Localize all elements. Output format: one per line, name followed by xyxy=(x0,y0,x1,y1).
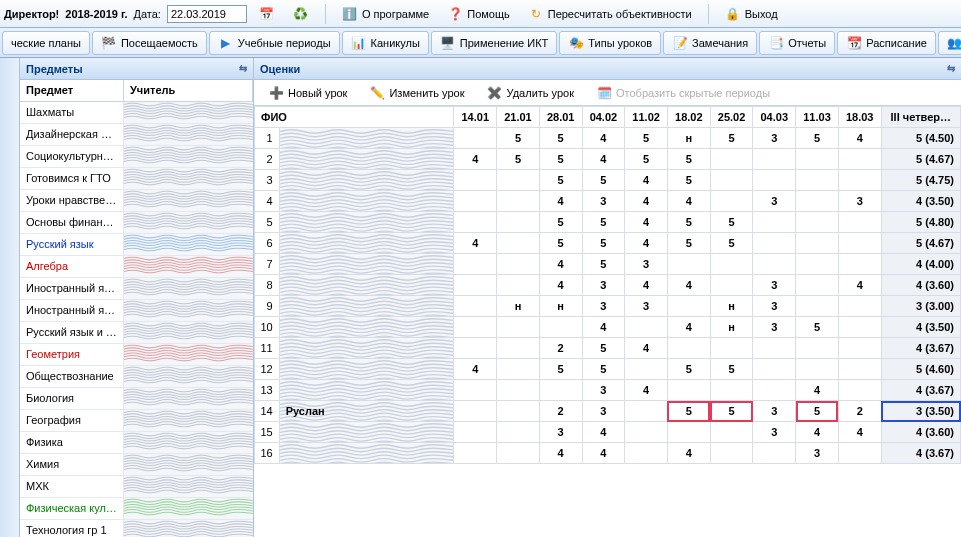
subject-row[interactable]: Русский язык и … xyxy=(20,322,253,344)
col-teacher[interactable]: Учитель xyxy=(124,80,253,101)
grade-cell[interactable] xyxy=(497,191,540,212)
tab-attendance[interactable]: 🏁Посещаемость xyxy=(92,31,207,55)
col-date[interactable]: 18.02 xyxy=(667,107,710,128)
grade-cell[interactable] xyxy=(753,254,796,275)
grade-cell[interactable] xyxy=(753,170,796,191)
collapse-icon[interactable]: ⇆ xyxy=(947,63,955,74)
grade-cell[interactable] xyxy=(625,443,668,464)
grade-cell[interactable] xyxy=(454,170,497,191)
grade-row[interactable]: 355455 (4.75) xyxy=(255,170,961,191)
grade-cell[interactable]: 5 xyxy=(796,317,839,338)
grade-cell[interactable]: 5 xyxy=(710,401,753,422)
grade-cell[interactable] xyxy=(796,338,839,359)
grade-cell[interactable]: 4 xyxy=(582,128,625,149)
subject-row[interactable]: МХК xyxy=(20,476,253,498)
tab-types[interactable]: 🎭Типы уроков xyxy=(559,31,661,55)
subject-row[interactable]: Химия xyxy=(20,454,253,476)
grade-cell[interactable]: 3 xyxy=(582,296,625,317)
grade-cell[interactable]: 4 xyxy=(625,275,668,296)
grade-cell[interactable] xyxy=(454,128,497,149)
subject-row[interactable]: Шахматы xyxy=(20,102,253,124)
grade-row[interactable]: 84344344 (3.60) xyxy=(255,275,961,296)
new-lesson-button[interactable]: ➕Новый урок xyxy=(262,82,353,104)
exit-button[interactable]: 🔒Выход xyxy=(719,3,784,25)
grade-cell[interactable] xyxy=(497,275,540,296)
grade-cell[interactable]: 4 xyxy=(625,380,668,401)
grade-cell[interactable] xyxy=(667,338,710,359)
grade-cell[interactable] xyxy=(710,443,753,464)
grade-cell[interactable] xyxy=(625,422,668,443)
grade-cell[interactable] xyxy=(667,422,710,443)
grade-cell[interactable] xyxy=(454,275,497,296)
grade-cell[interactable]: 4 xyxy=(582,149,625,170)
grade-cell[interactable] xyxy=(838,212,881,233)
grade-cell[interactable] xyxy=(497,317,540,338)
grade-row[interactable]: 133444 (3.67) xyxy=(255,380,961,401)
grade-cell[interactable] xyxy=(667,380,710,401)
tab-holidays[interactable]: 📊Каникулы xyxy=(342,31,429,55)
col-date[interactable]: 11.03 xyxy=(796,107,839,128)
grade-cell[interactable] xyxy=(838,317,881,338)
grade-cell[interactable]: 3 xyxy=(582,380,625,401)
grade-cell[interactable]: 5 xyxy=(539,149,582,170)
grade-cell[interactable] xyxy=(838,254,881,275)
show-hidden-button[interactable]: 🗓️Отобразить скрытые периоды xyxy=(590,82,776,104)
grade-cell[interactable] xyxy=(454,296,497,317)
tab-plans[interactable]: ческие планы xyxy=(2,31,90,55)
grade-cell[interactable]: 3 xyxy=(582,401,625,422)
grade-cell[interactable]: 4 xyxy=(582,422,625,443)
grade-cell[interactable] xyxy=(753,338,796,359)
grade-cell[interactable] xyxy=(454,338,497,359)
tab-ikt[interactable]: 🖥️Применение ИКТ xyxy=(431,31,557,55)
delete-lesson-button[interactable]: ✖️Удалить урок xyxy=(481,82,580,104)
grade-cell[interactable]: 5 xyxy=(497,128,540,149)
grade-cell[interactable] xyxy=(454,422,497,443)
grade-cell[interactable] xyxy=(625,317,668,338)
col-date[interactable]: 25.02 xyxy=(710,107,753,128)
grade-cell[interactable] xyxy=(838,149,881,170)
grade-cell[interactable] xyxy=(454,191,497,212)
grade-cell[interactable]: 5 xyxy=(582,254,625,275)
grade-row[interactable]: 15343444 (3.60) xyxy=(255,422,961,443)
grade-cell[interactable]: 3 xyxy=(838,191,881,212)
grade-cell[interactable]: 4 xyxy=(667,317,710,338)
col-date[interactable]: 18.03 xyxy=(838,107,881,128)
col-date[interactable]: 11.02 xyxy=(625,107,668,128)
grade-row[interactable]: 24554555 (4.67) xyxy=(255,149,961,170)
grade-cell[interactable]: 5 xyxy=(710,128,753,149)
grade-cell[interactable]: 3 xyxy=(753,191,796,212)
subject-row[interactable]: География xyxy=(20,410,253,432)
subject-row[interactable]: Иностранный яз… xyxy=(20,300,253,322)
grade-cell[interactable]: 4 xyxy=(796,380,839,401)
grade-cell[interactable]: 3 xyxy=(625,296,668,317)
grade-cell[interactable] xyxy=(497,359,540,380)
recycle-button[interactable]: ♻️ xyxy=(287,3,315,25)
subject-row[interactable]: Готовимся к ГТО xyxy=(20,168,253,190)
grade-cell[interactable]: 5 xyxy=(667,233,710,254)
grade-cell[interactable]: 5 xyxy=(582,212,625,233)
subject-row[interactable]: Алгебра xyxy=(20,256,253,278)
grade-cell[interactable]: 4 xyxy=(667,443,710,464)
subject-row[interactable]: Иностранный яз… xyxy=(20,278,253,300)
grade-cell[interactable]: 4 xyxy=(582,317,625,338)
subject-row[interactable]: Социокультурн… xyxy=(20,146,253,168)
grade-cell[interactable] xyxy=(796,191,839,212)
grade-cell[interactable]: 5 xyxy=(667,149,710,170)
grade-cell[interactable]: 5 xyxy=(796,401,839,422)
grade-cell[interactable] xyxy=(796,149,839,170)
grade-cell[interactable] xyxy=(454,401,497,422)
about-button[interactable]: ℹ️О программе xyxy=(336,3,435,25)
grade-cell[interactable]: 5 xyxy=(582,338,625,359)
grade-cell[interactable]: 4 xyxy=(838,275,881,296)
grade-cell[interactable] xyxy=(710,380,753,401)
grade-cell[interactable] xyxy=(838,338,881,359)
grade-cell[interactable]: 4 xyxy=(838,128,881,149)
grade-cell[interactable]: 4 xyxy=(667,191,710,212)
grade-cell[interactable]: 5 xyxy=(796,128,839,149)
grade-cell[interactable] xyxy=(838,443,881,464)
recalc-button[interactable]: ↻Пересчитать объективности xyxy=(522,3,698,25)
grade-cell[interactable] xyxy=(796,275,839,296)
grade-cell[interactable]: 3 xyxy=(753,275,796,296)
grade-cell[interactable]: 2 xyxy=(838,401,881,422)
grade-cell[interactable] xyxy=(497,422,540,443)
